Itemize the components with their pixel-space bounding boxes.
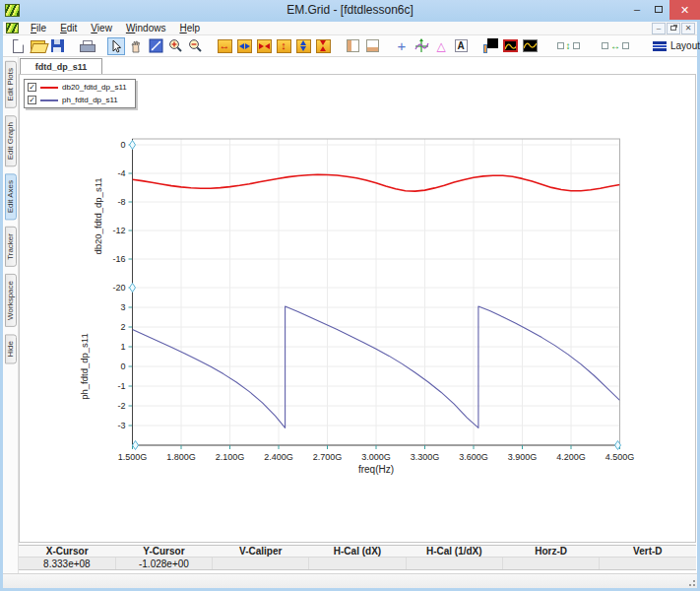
legend-label: db20_fdtd_dp_s11 [62, 83, 127, 92]
measurement-header: V-Caliper [213, 546, 309, 558]
status-bar [3, 573, 697, 588]
legend-checkbox[interactable]: ✓ [28, 96, 36, 104]
app-window: EM.Grid - [fdtdlesson6c] – ✕ File Edit V… [0, 0, 700, 591]
save-button[interactable] [48, 37, 66, 55]
legend-checkbox[interactable]: ✓ [28, 83, 36, 92]
sidebar-tab-edit-graph[interactable]: Edit Graph [5, 115, 17, 166]
svg-text:-8: -8 [117, 197, 125, 207]
tracker-axes-icon [414, 38, 429, 53]
layout-dropdown[interactable]: Layout ▼ [649, 39, 700, 52]
active-plot-button[interactable] [501, 37, 519, 55]
svg-text:2: 2 [120, 322, 125, 332]
new-document-button[interactable] [9, 37, 27, 55]
measurement-value [406, 558, 502, 570]
menu-item-view[interactable]: View [85, 23, 118, 33]
horizontal-spacing-button[interactable]: ↔ [598, 37, 633, 55]
shrink-x-button[interactable] [235, 37, 253, 55]
measurement-header: Horz-D [502, 546, 599, 558]
vertical-spacing-button[interactable]: ↕ [550, 37, 586, 55]
new-document-icon [13, 39, 24, 53]
svg-text:3.600G: 3.600G [459, 452, 488, 462]
expand-x-button[interactable]: ↔ [216, 37, 233, 55]
legend-swatch [40, 99, 58, 101]
svg-text:4.200G: 4.200G [556, 452, 586, 462]
svg-text:3.300G: 3.300G [411, 452, 440, 462]
print-icon [80, 40, 94, 52]
sidebar-tab-tracker[interactable]: Tracker [5, 227, 17, 267]
svg-text:-16: -16 [112, 254, 125, 264]
plot-canvas[interactable]: 0-4-8-12-16-203210-1-2-31.500G1.800G2.10… [20, 75, 695, 542]
svg-text:-2: -2 [117, 401, 125, 411]
pan-tool-button[interactable] [127, 37, 145, 55]
open-file-button[interactable] [29, 37, 46, 55]
expand-y-button[interactable]: ↕ [275, 37, 292, 55]
tracker-axes-button[interactable] [413, 37, 430, 55]
print-button[interactable] [78, 37, 95, 55]
bottom-panel-button[interactable] [363, 37, 381, 55]
resize-grip[interactable] [686, 577, 696, 587]
sidebar-tab-edit-axes[interactable]: Edit Axes [5, 173, 17, 220]
horizontal-spacing-icon: ↔ [602, 41, 629, 51]
plot-cursor-button[interactable] [481, 37, 499, 55]
caliper-button[interactable]: △ [432, 37, 450, 55]
measurement-header: H-Cal (dX) [309, 546, 406, 558]
plus-icon: + [398, 38, 407, 53]
svg-text:2.400G: 2.400G [264, 452, 293, 462]
child-minimize-button[interactable]: – [652, 23, 666, 34]
expand-y-icon: ↕ [277, 39, 291, 53]
shrink-y-button[interactable] [294, 37, 312, 55]
svg-text:-1: -1 [117, 381, 125, 391]
text-label-button[interactable]: A [452, 37, 470, 55]
measurement-header: X-Cursor [19, 546, 115, 558]
document-tab[interactable]: fdtd_dp_s11 [20, 58, 102, 74]
zoom-out-icon [188, 38, 203, 53]
child-close-button[interactable]: ✕ [681, 23, 695, 34]
zoom-out-button[interactable] [186, 37, 204, 55]
svg-text:3: 3 [120, 302, 125, 312]
plot-cursor-icon [482, 38, 498, 54]
zoom-in-button[interactable] [166, 37, 184, 55]
menu-item-file[interactable]: File [25, 23, 52, 33]
document-tab-bar: fdtd_dp_s11 [19, 57, 697, 74]
sidebar-tab-workspace[interactable]: Workspace [5, 274, 17, 327]
legend-row[interactable]: ✓ db20_fdtd_dp_s11 [28, 82, 132, 93]
menu-item-windows[interactable]: Windows [120, 23, 172, 33]
measurement-header: Vert-D [600, 546, 696, 558]
add-cursor-button[interactable]: + [393, 37, 411, 55]
measurement-value [600, 558, 696, 570]
bottom-panel-icon [366, 39, 379, 52]
svg-text:2.700G: 2.700G [313, 452, 343, 462]
triangle-icon: △ [436, 40, 445, 52]
layout-icon [653, 41, 667, 51]
plot-view-icon [523, 39, 538, 52]
svg-text:3.900G: 3.900G [508, 452, 538, 462]
legend: ✓ db20_fdtd_dp_s11 ✓ ph_fdtd_dp_s11 [24, 79, 136, 108]
compress-x-button[interactable] [255, 37, 273, 55]
app-title: EM.Grid - [fdtdlesson6c] [0, 3, 700, 17]
measurement-value [213, 558, 309, 570]
close-button[interactable]: ✕ [669, 0, 700, 20]
compress-y-button[interactable] [314, 37, 332, 55]
menu-item-help[interactable]: Help [173, 23, 206, 33]
main-area: Edit Plots Edit Graph Edit Axes Tracker … [3, 57, 697, 588]
select-tool-button[interactable] [107, 37, 125, 55]
maximize-button[interactable] [648, 0, 669, 18]
minimize-button[interactable]: – [626, 0, 648, 18]
svg-text:-4: -4 [117, 168, 125, 178]
active-plot-icon [503, 39, 518, 52]
svg-text:ph_fdtd_dp_s11: ph_fdtd_dp_s11 [79, 333, 90, 399]
plot-view-button[interactable] [521, 37, 539, 55]
svg-text:3.000G: 3.000G [361, 452, 391, 462]
plot-panel[interactable]: 0-4-8-12-16-203210-1-2-31.500G1.800G2.10… [19, 74, 696, 543]
left-panel-button[interactable] [344, 37, 361, 55]
zoom-window-button[interactable] [147, 37, 164, 55]
title-bar[interactable]: EM.Grid - [fdtdlesson6c] – ✕ [0, 0, 700, 22]
menu-item-edit[interactable]: Edit [54, 23, 83, 33]
sidebar-tab-hide[interactable]: Hide [5, 334, 17, 363]
compress-y-icon [316, 39, 331, 53]
legend-row[interactable]: ✓ ph_fdtd_dp_s11 [28, 95, 132, 105]
sidebar-tab-edit-plots[interactable]: Edit Plots [5, 61, 17, 108]
child-restore-button[interactable] [667, 23, 680, 34]
svg-text:freq(Hz): freq(Hz) [358, 464, 394, 475]
measurement-value: -1.028e+00 [115, 558, 212, 570]
